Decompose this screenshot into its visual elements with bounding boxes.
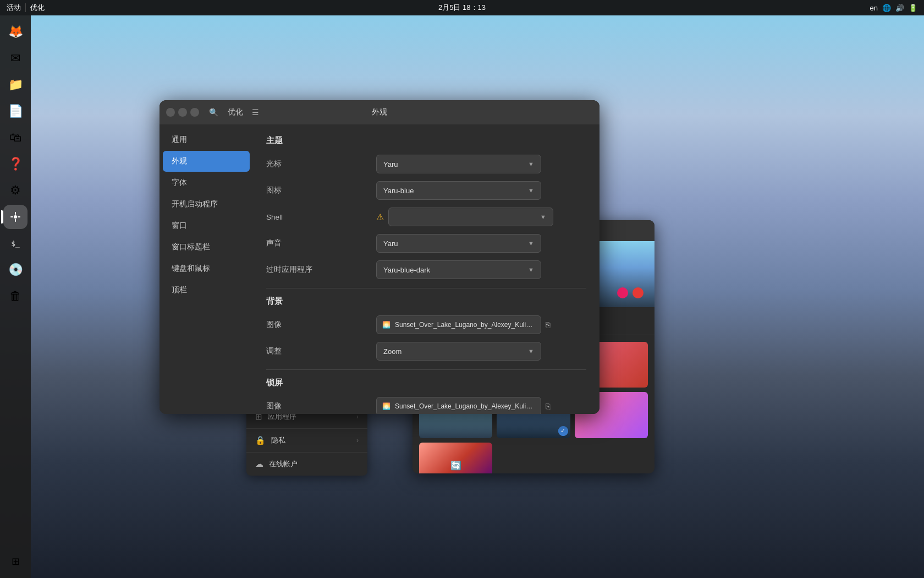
close-button[interactable]: ✕ (190, 108, 199, 117)
bg-thumb-7[interactable]: 🔄 (419, 443, 492, 473)
apps-chevron: › (356, 413, 359, 421)
loading-overlay: 🔄 (419, 443, 492, 473)
taskbar-item-grid[interactable]: ⊞ (3, 549, 28, 574)
language-indicator[interactable]: en (870, 4, 878, 12)
bottom-settings-panel: ⊞ 应用程序 › 🔒 隐私 › ☁ 在线帐户 (246, 405, 367, 476)
bg-adjust-dropdown[interactable]: Zoom ▼ (376, 342, 541, 361)
sidebar-item-window-titlebar[interactable]: 窗口标题栏 (163, 237, 250, 258)
icons-row: 图标 Yaru-blue ▼ (266, 180, 586, 201)
sidebar-item-window[interactable]: 窗口 (163, 215, 250, 236)
taskbar-item-terminal[interactable]: $_ (3, 231, 28, 255)
sidebar-item-fonts[interactable]: 字体 (163, 172, 250, 193)
color-dot-red[interactable] (632, 287, 644, 298)
cloud-icon: ☁ (255, 459, 263, 469)
color-dot-pink[interactable] (617, 287, 628, 298)
window-controls: − □ ✕ (166, 108, 199, 117)
sound-label: 声音 (266, 238, 376, 248)
content-area: 主题 光标 Yaru ▼ 图标 Yaru-blue ▼ (253, 124, 600, 414)
online-accounts-item[interactable]: ☁ 在线帐户 (246, 452, 367, 476)
cursor-value: Yaru (383, 160, 398, 168)
icons-control: Yaru-blue ▼ (376, 181, 586, 200)
sidebar-item-keyboard-mouse[interactable]: 键盘和鼠标 (163, 258, 250, 279)
section-divider-2 (266, 369, 586, 370)
selected-checkmark: ✓ (558, 426, 568, 436)
bg-adjust-dropdown-arrow: ▼ (528, 348, 534, 355)
legacy-label: 过时应用程序 (266, 265, 376, 275)
taskbar-item-thunderbird[interactable]: ✉ (3, 46, 28, 70)
icons-dropdown-arrow: ▼ (528, 187, 534, 194)
sound-dropdown[interactable]: Yaru ▼ (376, 234, 541, 253)
taskbar: 🦊 ✉ 📁 📄 🛍 ❓ ⚙ $_ 💿 🗑 ⊞ (0, 15, 31, 578)
settings-window: − □ ✕ 🔍 优化 ☰ 外观 通用 外观 字体 开机启动程序 窗口 窗口标题栏… (160, 100, 600, 414)
shell-label: Shell (266, 213, 376, 221)
online-label: 在线帐户 (269, 459, 298, 469)
background-section-title: 背景 (266, 296, 586, 307)
topbar-right: en 🌐 🔊 🔋 (870, 4, 917, 12)
maximize-button[interactable]: □ (178, 108, 187, 117)
shell-dropdown[interactable]: ▼ (388, 208, 553, 226)
search-button[interactable]: 🔍 (206, 105, 221, 120)
bg-copy-button[interactable]: ⎘ (544, 319, 551, 330)
lock-copy-button[interactable]: ⎘ (544, 401, 551, 412)
lock-image-selector[interactable]: 🌅 Sunset_Over_Lake_Lugano_by_Alexey_Kuli… (376, 397, 541, 414)
window-page-title: 外观 (372, 107, 387, 117)
taskbar-item-trash[interactable]: 🗑 (3, 284, 28, 308)
taskbar-item-disk[interactable]: 💿 (3, 258, 28, 282)
lock-icon: 🔒 (255, 435, 266, 445)
legacy-control: Yaru-blue-dark ▼ (376, 260, 586, 279)
svg-rect-4 (18, 216, 20, 217)
cursor-dropdown[interactable]: Yaru ▼ (376, 155, 541, 173)
lock-image-label: 图像 (266, 401, 376, 411)
loading-icon: 🔄 (450, 460, 461, 471)
cursor-row: 光标 Yaru ▼ (266, 154, 586, 175)
bg-adjust-label: 调整 (266, 346, 376, 356)
sidebar-item-startup[interactable]: 开机启动程序 (163, 194, 250, 215)
cursor-control: Yaru ▼ (376, 155, 586, 173)
bg-image-selector[interactable]: 🌅 Sunset_Over_Lake_Lugano_by_Alexey_Kuli… (376, 315, 541, 334)
sidebar-item-general[interactable]: 通用 (163, 129, 250, 150)
network-icon: 🌐 (882, 4, 891, 12)
taskbar-item-files[interactable]: 📁 (3, 73, 28, 97)
sound-row: 声音 Yaru ▼ (266, 233, 586, 254)
icons-dropdown[interactable]: Yaru-blue ▼ (376, 181, 541, 200)
topbar-left: 活动 优化 (7, 3, 45, 13)
bg-image-control: 🌅 Sunset_Over_Lake_Lugano_by_Alexey_Kuli… (376, 315, 586, 334)
taskbar-item-help[interactable]: ❓ (3, 152, 28, 176)
taskbar-item-firefox[interactable]: 🦊 (3, 20, 28, 44)
theme-section-title: 主题 (266, 135, 586, 146)
legacy-dropdown[interactable]: Yaru-blue-dark ▼ (376, 260, 541, 279)
cursor-label: 光标 (266, 159, 376, 169)
app-name-label: 优化 (30, 3, 45, 13)
bg-image-label: 图像 (266, 320, 376, 330)
legacy-dropdown-arrow: ▼ (528, 266, 534, 273)
privacy-chevron: › (356, 437, 359, 444)
sound-value: Yaru (383, 239, 398, 248)
topbar-datetime: 2月5日 18：13 (438, 3, 486, 13)
sidebar-item-appearance[interactable]: 外观 (163, 151, 250, 172)
shell-warning-icon: ⚠ (376, 212, 384, 222)
sidebar: 通用 外观 字体 开机启动程序 窗口 窗口标题栏 键盘和鼠标 顶栏 (160, 124, 253, 414)
bg-image-row: 图像 🌅 Sunset_Over_Lake_Lugano_by_Alexey_K… (266, 314, 586, 335)
bg-file-name: Sunset_Over_Lake_Lugano_by_Alexey_Kulik.… (395, 321, 535, 329)
minimize-button[interactable]: − (166, 108, 175, 117)
online-item-left: ☁ 在线帐户 (255, 459, 298, 469)
activities-label[interactable]: 活动 (7, 3, 21, 13)
lock-file-icon: 🌅 (382, 402, 391, 410)
sound-control: Yaru ▼ (376, 234, 586, 253)
privacy-settings-item[interactable]: 🔒 隐私 › (246, 429, 367, 452)
bg-adjust-control: Zoom ▼ (376, 342, 586, 361)
volume-icon: 🔊 (895, 4, 904, 12)
sidebar-item-topbar[interactable]: 顶栏 (163, 280, 250, 301)
topbar: 活动 优化 2月5日 18：13 en 🌐 🔊 🔋 (0, 0, 924, 15)
legacy-row: 过时应用程序 Yaru-blue-dark ▼ (266, 259, 586, 280)
lockscreen-section-title: 锁屏 (266, 378, 586, 388)
taskbar-item-appcenter[interactable]: 🛍 (3, 126, 28, 150)
taskbar-item-tweaks[interactable] (3, 205, 28, 229)
bg-adjust-value: Zoom (383, 347, 402, 356)
taskbar-item-writer[interactable]: 📄 (3, 99, 28, 123)
color-dots-row (610, 283, 650, 303)
menu-button[interactable]: ☰ (248, 105, 263, 120)
taskbar-item-settings[interactable]: ⚙ (3, 178, 28, 203)
shell-row: Shell ⚠ ▼ (266, 206, 586, 227)
lock-image-control: 🌅 Sunset_Over_Lake_Lugano_by_Alexey_Kuli… (376, 397, 586, 414)
